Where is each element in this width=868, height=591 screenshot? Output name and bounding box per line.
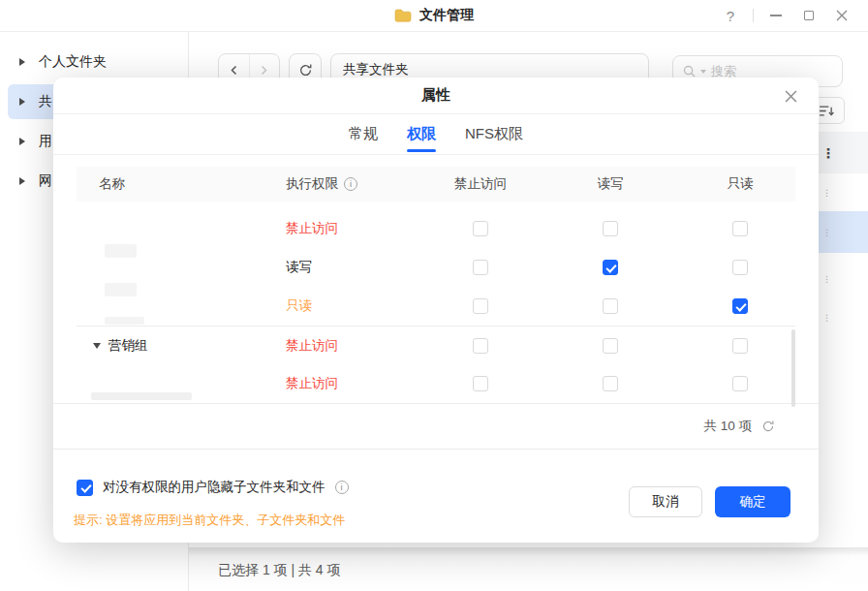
row-handle-icon: ⋮ xyxy=(822,314,831,322)
permissions-table: 名称 执行权限 i 禁止访问 读写 只读 禁止访问 xyxy=(77,167,795,403)
maximize-button[interactable] xyxy=(798,5,820,26)
exec-permission-value[interactable]: 只读 xyxy=(261,297,416,315)
readwrite-checkbox[interactable] xyxy=(603,260,618,275)
tab-permissions[interactable]: 权限 xyxy=(406,125,437,143)
total-count-text: 共 10 项 xyxy=(703,418,752,435)
expand-arrow-icon[interactable] xyxy=(19,58,25,66)
column-header-deny: 禁止访问 xyxy=(416,175,545,193)
group-name: 营销组 xyxy=(108,337,148,355)
readwrite-checkbox[interactable] xyxy=(603,221,618,236)
info-icon[interactable]: i xyxy=(335,481,349,494)
redaction-artifact xyxy=(105,283,137,296)
readonly-checkbox[interactable] xyxy=(732,221,748,236)
expand-arrow-icon[interactable] xyxy=(19,177,25,185)
exec-permission-value[interactable]: 读写 xyxy=(261,259,416,276)
ok-button[interactable]: 确定 xyxy=(715,486,790,517)
readonly-checkbox[interactable] xyxy=(732,376,748,391)
search-scope-caret-icon[interactable] xyxy=(700,70,706,74)
hide-from-unauthorized-option[interactable]: 对没有权限的用户隐藏子文件夹和文件 i xyxy=(77,479,349,496)
expand-arrow-icon[interactable] xyxy=(19,138,25,145)
deny-checkbox[interactable] xyxy=(473,376,488,391)
info-icon[interactable]: i xyxy=(344,177,357,191)
hide-option-checkbox[interactable] xyxy=(77,480,93,496)
row-handle-icon: ⋮ xyxy=(822,189,831,197)
column-options-icon[interactable]: ⋮ xyxy=(822,145,835,161)
titlebar: 文件管理 ? xyxy=(0,0,868,32)
deny-checkbox[interactable] xyxy=(473,221,488,236)
app-folder-icon xyxy=(394,9,412,22)
app-title: 文件管理 xyxy=(419,7,474,24)
exec-permission-value[interactable]: 禁止访问 xyxy=(261,337,416,355)
permission-row[interactable]: 只读 xyxy=(77,287,795,326)
search-icon xyxy=(683,65,696,78)
apply-scope-hint: 提示: 设置将应用到当前文件夹、子文件夹和文件 xyxy=(74,512,345,529)
minimize-button[interactable] xyxy=(765,5,787,26)
tab-general[interactable]: 常规 xyxy=(348,125,379,143)
deny-checkbox[interactable] xyxy=(473,260,488,275)
sidebar-item-label: 个人文件夹 xyxy=(39,53,107,71)
refresh-list-icon[interactable] xyxy=(761,420,775,433)
sort-icon xyxy=(819,105,835,117)
redaction-artifact xyxy=(105,317,144,325)
dialog-title: 属性 xyxy=(421,86,450,105)
tab-nfs-permissions[interactable]: NFS权限 xyxy=(464,125,524,143)
sidebar-item-label: 用 xyxy=(39,133,52,150)
app-window: 文件管理 ? 个人文件夹 共 用 xyxy=(0,0,868,591)
readonly-checkbox[interactable] xyxy=(732,338,748,354)
deny-checkbox[interactable] xyxy=(473,298,488,314)
table-header-row: 名称 执行权限 i 禁止访问 读写 只读 xyxy=(77,167,795,202)
table-footer: 共 10 项 xyxy=(53,403,819,450)
exec-permission-value[interactable]: 禁止访问 xyxy=(261,220,416,237)
permission-group-row[interactable]: 营销组 禁止访问 xyxy=(77,326,795,364)
deny-checkbox[interactable] xyxy=(473,338,488,354)
expand-arrow-icon[interactable] xyxy=(19,98,25,106)
collapse-arrow-icon[interactable] xyxy=(93,343,101,349)
column-header-readwrite: 读写 xyxy=(545,175,675,193)
dialog-tabs: 常规 权限 NFS权限 xyxy=(53,114,819,155)
row-handle-icon: ⋮ xyxy=(822,275,831,283)
redaction-artifact xyxy=(91,392,192,400)
table-scrollbar[interactable] xyxy=(791,329,795,407)
file-list-header: ⋮ xyxy=(819,132,868,173)
readonly-checkbox[interactable] xyxy=(732,298,748,314)
column-header-exec: 执行权限 i xyxy=(261,175,416,193)
hide-option-label: 对没有权限的用户隐藏子文件夹和文件 xyxy=(103,479,326,496)
permission-row[interactable]: 禁止访问 xyxy=(77,209,795,248)
permission-row[interactable]: 读写 xyxy=(77,248,795,287)
properties-dialog: 属性 常规 权限 NFS权限 名称 执行权限 i 禁止访问 读写 只读 xyxy=(53,78,819,543)
sidebar-item-label: 共 xyxy=(39,93,52,110)
sidebar-item-personal-folder[interactable]: 个人文件夹 xyxy=(8,45,180,79)
redaction-artifact xyxy=(105,244,137,258)
statusbar: 已选择 1 项 | 共 4 项 xyxy=(189,547,868,591)
dialog-close-icon[interactable] xyxy=(782,87,799,105)
readonly-checkbox[interactable] xyxy=(732,260,748,275)
refresh-icon xyxy=(298,63,313,78)
exec-permission-value[interactable]: 禁止访问 xyxy=(261,375,416,392)
cancel-button[interactable]: 取消 xyxy=(629,486,702,517)
sidebar-item-label: 网 xyxy=(39,172,52,190)
close-window-button[interactable] xyxy=(831,5,852,26)
readwrite-checkbox[interactable] xyxy=(603,338,618,354)
table-body: 禁止访问 读写 只读 xyxy=(77,202,795,403)
titlebar-divider xyxy=(753,9,754,22)
dialog-footer: 对没有权限的用户隐藏子文件夹和文件 i 提示: 设置将应用到当前文件夹、子文件夹… xyxy=(53,450,819,543)
row-handle-icon: ⋮ xyxy=(822,229,831,236)
readwrite-checkbox[interactable] xyxy=(603,298,618,314)
selection-count-text: 已选择 1 项 | 共 4 项 xyxy=(218,562,341,579)
search-input[interactable] xyxy=(711,64,798,78)
readwrite-checkbox[interactable] xyxy=(603,376,618,391)
dialog-header: 属性 xyxy=(53,78,819,114)
column-header-name: 名称 xyxy=(77,175,261,193)
column-header-readonly: 只读 xyxy=(675,175,805,193)
help-button[interactable]: ? xyxy=(720,5,741,26)
